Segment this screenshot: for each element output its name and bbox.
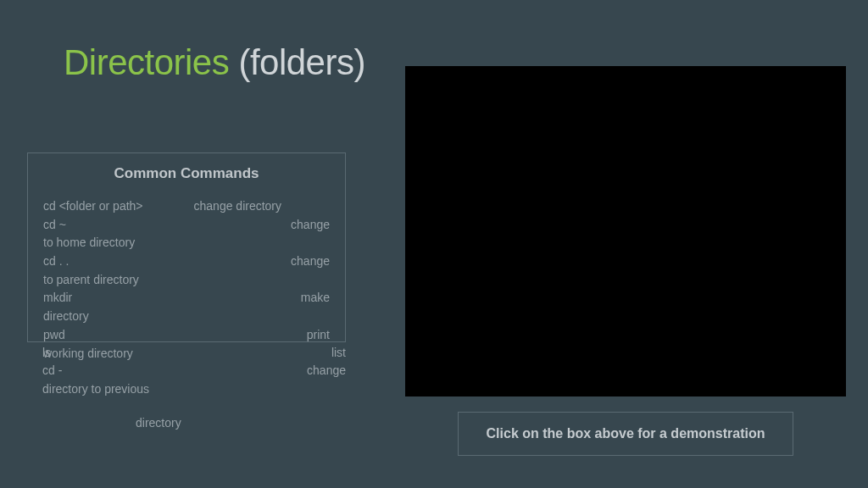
instruction-panel: Click on the box above for a demonstrati… <box>458 412 793 456</box>
command-desc: change directory <box>194 197 282 216</box>
command-text: directory <box>43 308 89 326</box>
command-desc: change <box>291 252 330 271</box>
command-desc: make <box>301 289 330 308</box>
command-row: cd <folder or path> change directory <box>43 197 330 216</box>
command-row: cd . . change <box>43 252 330 271</box>
command-row: cd ~ change <box>43 216 330 235</box>
command-row: pwd print <box>43 326 330 345</box>
command-row: to home directory <box>43 234 330 252</box>
demonstration-area[interactable] <box>405 66 846 396</box>
command-row: mkdir make <box>43 289 330 308</box>
commands-panel: Common Commands cd <folder or path> chan… <box>27 152 346 342</box>
command-text: ls <box>42 344 51 363</box>
overflow-row: directory <box>136 414 181 433</box>
command-desc: change <box>307 362 346 380</box>
command-text: cd - <box>42 362 62 380</box>
command-text: cd <folder or path> <box>43 197 143 216</box>
command-text: to home directory <box>43 234 135 252</box>
command-row: directory <box>43 308 330 326</box>
overflow-row: cd - change <box>42 362 346 380</box>
overflow-row: directory to previous <box>42 380 149 399</box>
command-text: mkdir <box>43 289 72 308</box>
slide-title: Directories (folders) <box>64 42 365 83</box>
command-text: cd ~ <box>43 216 66 235</box>
overflow-row: ls list <box>42 344 346 363</box>
command-text: pwd <box>43 326 65 345</box>
command-text: directory to previous <box>42 382 149 396</box>
title-sub: (folders) <box>238 42 365 82</box>
commands-heading: Common Commands <box>43 165 330 182</box>
command-text: to parent directory <box>43 271 139 290</box>
command-row: to parent directory <box>43 271 330 290</box>
command-text: directory <box>136 416 181 430</box>
command-desc: change <box>291 216 330 235</box>
command-desc: print <box>307 326 330 345</box>
instruction-text: Click on the box above for a demonstrati… <box>487 425 765 443</box>
title-main: Directories <box>64 42 229 82</box>
command-desc: list <box>331 344 346 363</box>
command-text: cd . . <box>43 252 69 271</box>
